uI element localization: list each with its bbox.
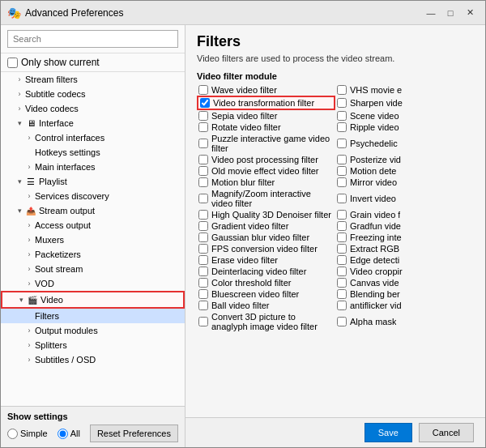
- filter-blending-checkbox[interactable]: [337, 289, 347, 299]
- radio-all-input[interactable]: [58, 429, 68, 439]
- reset-preferences-button[interactable]: Reset Preferences: [90, 425, 178, 442]
- filter-motion-det: Motion dete: [335, 165, 474, 177]
- sidebar-item-splitters[interactable]: Splitters: [1, 338, 185, 352]
- sidebar-item-control-interfaces[interactable]: Control interfaces: [1, 130, 185, 145]
- filter-deinterlace-checkbox[interactable]: [198, 267, 208, 276]
- filter-magnify-checkbox[interactable]: [198, 194, 208, 203]
- muxers-label: Muxers: [35, 235, 64, 245]
- filter-invert-checkbox[interactable]: [337, 194, 347, 203]
- sidebar-item-video-codecs[interactable]: Video codecs: [1, 101, 185, 116]
- filter-ball-checkbox[interactable]: [198, 301, 208, 310]
- only-current-checkbox[interactable]: [7, 58, 18, 68]
- filter-convert3d-checkbox[interactable]: [198, 317, 208, 326]
- filter-video-transform-checkbox[interactable]: [200, 98, 210, 108]
- sidebar-item-playlist[interactable]: ☰ Playlist: [1, 174, 185, 189]
- filter-gradient-checkbox[interactable]: [198, 221, 208, 231]
- filter-video-post-label: Video post processing filter: [211, 155, 318, 164]
- filter-posterize-checkbox[interactable]: [337, 155, 347, 164]
- only-current-label: Only show current: [21, 57, 100, 68]
- filter-rotate-checkbox[interactable]: [198, 122, 208, 132]
- sidebar-item-packetizers[interactable]: Packetizers: [1, 247, 185, 262]
- sidebar-item-filters[interactable]: Filters: [1, 309, 185, 323]
- sidebar-item-sout-stream[interactable]: Sout stream: [1, 262, 185, 276]
- arrow-services: [23, 190, 35, 202]
- sidebar-item-stream-filters[interactable]: Stream filters: [1, 72, 185, 87]
- filter-ripple-checkbox[interactable]: [337, 122, 347, 132]
- filter-grain: Grain video f: [335, 209, 474, 220]
- filter-freezing-checkbox[interactable]: [337, 233, 347, 242]
- radio-simple-input[interactable]: [7, 429, 18, 439]
- sidebar-item-muxers[interactable]: Muxers: [1, 233, 185, 247]
- sidebar-item-hotkeys[interactable]: Hotkeys settings: [1, 145, 185, 160]
- sidebar-item-access-output[interactable]: Access output: [1, 218, 185, 233]
- filter-psychedelic-checkbox[interactable]: [337, 139, 347, 148]
- save-button[interactable]: Save: [364, 423, 412, 442]
- filter-erase-checkbox[interactable]: [198, 255, 208, 265]
- filter-alpha-mask-checkbox[interactable]: [337, 317, 347, 326]
- filter-edge-detect-checkbox[interactable]: [337, 255, 347, 265]
- filter-motion-blur-checkbox[interactable]: [198, 177, 208, 187]
- panel-footer: Save Cancel: [185, 417, 485, 447]
- radio-simple[interactable]: Simple: [7, 429, 48, 439]
- close-button[interactable]: ✕: [461, 4, 479, 22]
- filter-color-thresh-checkbox[interactable]: [198, 278, 208, 288]
- filter-old-movie-checkbox[interactable]: [198, 166, 208, 176]
- arrow-vod: [23, 278, 35, 289]
- filter-motion-blur-label: Motion blur filter: [211, 177, 275, 187]
- sidebar-item-video[interactable]: 🎬 Video: [1, 291, 185, 309]
- filter-hq3d-checkbox[interactable]: [198, 210, 208, 220]
- sidebar-item-subtitles-osd[interactable]: Subtitles / OSD: [1, 352, 185, 367]
- filter-grid: Wave video filter VHS movie e Video tran…: [197, 84, 474, 332]
- cancel-button[interactable]: Cancel: [419, 423, 474, 442]
- filter-video-crop-checkbox[interactable]: [337, 267, 347, 276]
- sidebar-item-interface[interactable]: 🖥 Interface: [1, 116, 185, 130]
- filter-gaussian: Gaussian blur video filter: [197, 232, 335, 243]
- filter-puzzle-checkbox[interactable]: [198, 139, 208, 148]
- filter-blending-label: Blending ber: [350, 289, 400, 299]
- panel-title: Filters: [197, 33, 474, 50]
- sidebar-item-vod[interactable]: VOD: [1, 276, 185, 291]
- app-icon: 🎭: [7, 6, 20, 19]
- sout-label: Sout stream: [35, 264, 83, 274]
- splitters-label: Splitters: [35, 340, 67, 350]
- settings-row: Simple All Reset Preferences: [7, 425, 178, 442]
- filter-fps-conv-checkbox[interactable]: [198, 244, 208, 254]
- filter-sepia-label: Sepia video filter: [211, 111, 277, 121]
- sidebar-item-stream-output[interactable]: 📤 Stream output: [1, 203, 185, 218]
- sidebar-item-main-interfaces[interactable]: Main interfaces: [1, 160, 185, 174]
- filter-gradfun: Gradfun vide: [335, 220, 474, 232]
- filter-gaussian-checkbox[interactable]: [198, 233, 208, 242]
- arrow-subtitle-codecs: [14, 88, 25, 100]
- access-output-label: Access output: [35, 220, 91, 230]
- filter-scene-checkbox[interactable]: [337, 111, 347, 121]
- filter-canvas-checkbox[interactable]: [337, 278, 347, 288]
- filter-hq3d: High Quality 3D Denoiser filter: [197, 209, 335, 220]
- sidebar-item-output-modules[interactable]: Output modules: [1, 323, 185, 338]
- filter-motion-det-checkbox[interactable]: [337, 166, 347, 176]
- filter-convert3d-label: Convert 3D picture to anaglyph image vid…: [211, 312, 334, 331]
- filter-video-post-checkbox[interactable]: [198, 155, 208, 164]
- show-settings-label: Show settings: [7, 412, 178, 421]
- search-input[interactable]: [7, 30, 178, 48]
- filter-sharpen-checkbox[interactable]: [337, 98, 347, 108]
- filter-sepia-checkbox[interactable]: [198, 111, 208, 121]
- sidebar-item-subtitle-codecs[interactable]: Subtitle codecs: [1, 87, 185, 101]
- radio-all[interactable]: All: [58, 429, 80, 439]
- arrow-control-interfaces: [23, 132, 35, 143]
- filter-vhs-checkbox[interactable]: [337, 85, 347, 95]
- left-panel: Only show current Stream filters Subtitl…: [1, 25, 185, 447]
- filter-grain-checkbox[interactable]: [337, 210, 347, 220]
- filter-alpha-mask-label: Alpha mask: [350, 317, 396, 326]
- filter-mirror-checkbox[interactable]: [337, 177, 347, 187]
- arrow-main-interfaces: [23, 161, 35, 173]
- filter-extract-rgb-checkbox[interactable]: [337, 244, 347, 254]
- filter-sepia: Sepia video filter: [197, 110, 335, 122]
- filter-wave-checkbox[interactable]: [198, 85, 208, 95]
- filter-gradfun-checkbox[interactable]: [337, 221, 347, 231]
- sidebar-item-services-discovery[interactable]: Services discovery: [1, 189, 185, 203]
- filter-bluescreen-checkbox[interactable]: [198, 289, 208, 299]
- minimize-button[interactable]: —: [422, 4, 440, 22]
- maximize-button[interactable]: □: [441, 4, 459, 22]
- filter-mirror: Mirror video: [335, 177, 474, 188]
- filter-antiflicker-checkbox[interactable]: [337, 301, 347, 310]
